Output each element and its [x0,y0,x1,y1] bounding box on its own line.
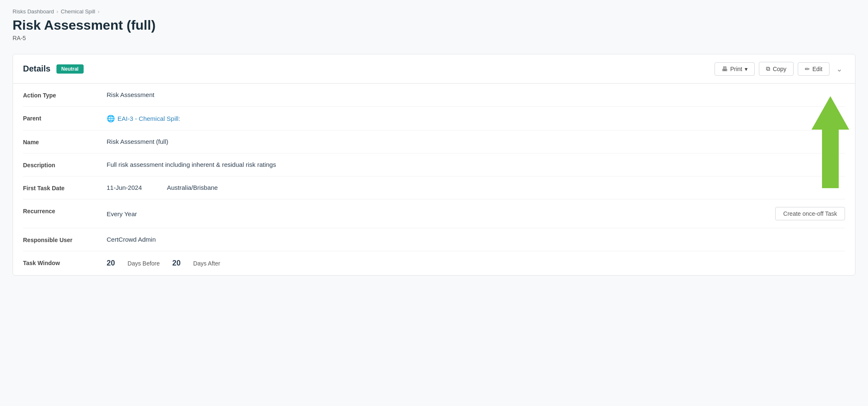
breadcrumb: Risks Dashboard › Chemical Spill › [13,8,855,15]
value-action-type: Risk Assessment [107,91,845,98]
value-first-task-date: 11-Jun-2024 Australia/Brisbane [107,184,845,191]
card-header-left: Details Neutral [23,64,84,74]
field-row-task-window: Task Window 20 Days Before 20 Days After [23,251,845,275]
field-row-action-type: Action Type Risk Assessment [23,84,845,107]
days-before-number: 20 [107,259,115,268]
field-row-name: Name Risk Assessment (full) [23,130,845,153]
field-row-parent: Parent 🌐 EAI-3 - Chemical Spill: [23,107,845,130]
breadcrumb-sep-1: › [56,8,58,15]
label-recurrence: Recurrence [23,207,98,214]
value-task-window: 20 Days Before 20 Days After [107,259,845,268]
edit-button[interactable]: ✏ Edit [798,62,830,76]
card-header: Details Neutral 🖶 Print ▾ ⧉ Copy ✏ Edit … [13,54,855,84]
print-dropdown-icon: ▾ [745,66,748,72]
label-responsible-user: Responsible User [23,236,98,243]
value-description: Full risk assessment including inherent … [107,161,845,168]
parent-link-text[interactable]: EAI-3 - Chemical Spill: [117,115,180,122]
label-action-type: Action Type [23,91,98,99]
create-once-off-task-button[interactable]: Create once-off Task [775,207,845,220]
chevron-down-icon: ⌄ [836,64,842,74]
value-parent[interactable]: 🌐 EAI-3 - Chemical Spill: [107,114,845,123]
label-parent: Parent [23,114,98,122]
value-responsible-user: CertCrowd Admin [107,236,845,243]
edit-icon: ✏ [805,66,810,72]
date-value: 11-Jun-2024 [107,184,142,191]
details-card: Details Neutral 🖶 Print ▾ ⧉ Copy ✏ Edit … [13,54,855,276]
breadcrumb-item-chemical-spill[interactable]: Chemical Spill [61,8,95,15]
label-description: Description [23,161,98,169]
value-name: Risk Assessment (full) [107,138,845,145]
breadcrumb-item-risks[interactable]: Risks Dashboard [13,8,54,15]
page-subtitle: RA-5 [13,35,855,41]
field-row-description: Description Full risk assessment includi… [23,153,845,176]
edit-label: Edit [812,66,822,72]
copy-label: Copy [773,66,786,72]
label-first-task-date: First Task Date [23,184,98,192]
page-title: Risk Assessment (full) [13,17,855,33]
days-after-label: Days After [193,260,220,267]
recurrence-text: Every Year [107,210,137,217]
print-label: Print [730,66,742,72]
print-icon: 🖶 [722,66,728,72]
globe-icon: 🌐 [107,114,115,123]
copy-button[interactable]: ⧉ Copy [759,62,794,76]
collapse-button[interactable]: ⌄ [834,63,845,75]
print-button[interactable]: 🖶 Print ▾ [715,62,755,76]
label-name: Name [23,138,98,146]
field-row-recurrence: Recurrence Every Year Create once-off Ta… [23,199,845,228]
days-before-label: Days Before [128,260,160,267]
section-title: Details [23,64,51,74]
breadcrumb-sep-2: › [98,8,100,15]
timezone-value: Australia/Brisbane [167,184,218,191]
label-task-window: Task Window [23,259,98,266]
card-body: Action Type Risk Assessment Parent 🌐 EAI… [13,84,855,275]
copy-icon: ⧉ [766,65,770,72]
value-recurrence: Every Year Create once-off Task [107,207,845,220]
field-row-first-task-date: First Task Date 11-Jun-2024 Australia/Br… [23,176,845,199]
field-row-responsible-user: Responsible User CertCrowd Admin [23,228,845,251]
neutral-badge: Neutral [56,64,84,74]
days-after-number: 20 [172,259,181,268]
card-header-right: 🖶 Print ▾ ⧉ Copy ✏ Edit ⌄ [715,62,845,76]
